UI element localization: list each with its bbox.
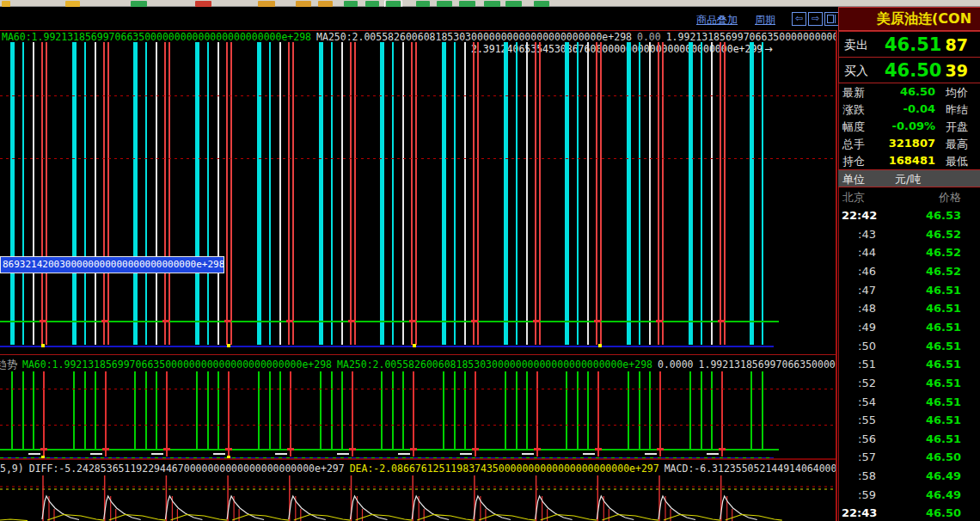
candle-bar-cyan-thin — [762, 42, 763, 345]
tick-list-header: 北京 价格 — [838, 187, 980, 206]
candle-bar-white — [464, 42, 466, 345]
trend-red-bar — [536, 371, 538, 457]
tick-price: 46.53 — [926, 209, 961, 222]
candle-bar-cyan-thick — [565, 42, 569, 345]
tick-time: :50 — [858, 340, 876, 352]
main-price-chart[interactable]: MA60:1.992131856997066350000000000000000… — [0, 30, 837, 354]
back-arrow-icon[interactable]: ⇦ — [792, 12, 806, 26]
ma60-label: MA60:1.992131856997066350000000000000000… — [2, 31, 311, 43]
candle-bar-cyan-thin — [516, 42, 518, 345]
red-tick — [287, 448, 294, 451]
ask-row[interactable]: 卖出 46.51 87 — [839, 32, 980, 58]
trend-red-bar — [228, 371, 230, 457]
toolbar-icon-13[interactable] — [459, 1, 475, 7]
dea-curve — [170, 515, 227, 521]
dea-curve — [47, 515, 104, 521]
tick-row[interactable]: :5846.49 — [838, 467, 980, 485]
candle-bar-red-hollow — [350, 42, 356, 345]
period-link[interactable]: 周期 — [755, 13, 775, 28]
white-segment — [522, 453, 534, 455]
tick-row[interactable]: :5546.51 — [838, 411, 980, 429]
toolbar-icon-12[interactable] — [437, 1, 452, 7]
toolbar-icon-16[interactable] — [534, 1, 549, 7]
toolbar-icon-14[interactable] — [484, 1, 500, 7]
candle-bar-red-hollow — [535, 42, 541, 345]
tick-time: :46 — [858, 265, 876, 278]
green-dashed-line — [0, 457, 774, 459]
toolbar-icon-9[interactable] — [365, 1, 379, 7]
bid-ask-box: 卖出 46.51 87 买入 46.50 39 — [838, 31, 980, 83]
stat-label-2: 开盘 — [946, 120, 968, 135]
forward-arrow-icon[interactable]: ⇨ — [808, 12, 823, 26]
macd-panel[interactable]: 5,9)DIFF:-5.2428536511922944670000000000… — [0, 462, 837, 521]
candle-bar-cyan-thin — [269, 42, 271, 345]
ma-value: 0.00 — [637, 31, 661, 43]
tick-list[interactable]: 22:4246.53:4346.52:4446.52:4646.52:4746.… — [838, 206, 980, 521]
tick-row[interactable]: :4646.52 — [838, 262, 980, 280]
toolbar-icon-11[interactable] — [416, 1, 430, 7]
tick-price: 46.51 — [926, 302, 961, 315]
dea-curve — [294, 515, 351, 521]
toolbar-icon-4[interactable] — [195, 1, 211, 7]
toolbar-icon-7[interactable] — [318, 1, 333, 7]
tick-row[interactable]: :5946.49 — [838, 486, 980, 504]
trend-green-bar — [33, 371, 34, 449]
tick-row[interactable]: :4946.51 — [838, 318, 980, 336]
tick-row[interactable]: :4446.52 — [838, 243, 980, 261]
toolbar-icon-3[interactable] — [131, 1, 147, 7]
candle-bar-cyan-thin — [22, 42, 24, 345]
tick-row[interactable]: 22:4246.53 — [838, 206, 980, 224]
trend-green-bar — [516, 371, 518, 449]
tick-price: 46.51 — [926, 377, 961, 389]
candle-bar-cyan-thin — [392, 42, 394, 345]
tick-row[interactable]: :5646.51 — [838, 430, 980, 448]
tick-row[interactable]: :5746.50 — [838, 448, 980, 466]
dea-curve — [0, 519, 28, 521]
tick-time: :57 — [858, 451, 876, 463]
trend-green-bar — [341, 371, 343, 449]
toolbar-icon-6[interactable] — [296, 1, 311, 7]
split-window-icon[interactable] — [824, 12, 839, 26]
stat-value: 321807 — [889, 137, 935, 150]
unit-value: 元/吨 — [895, 172, 921, 187]
toolbar-icon-15[interactable] — [505, 1, 522, 7]
time-column-header: 北京 — [842, 190, 865, 205]
ask-size: 87 — [946, 35, 968, 54]
tick-row[interactable]: 22:4346.50 — [838, 504, 980, 521]
toolbar-icon-1[interactable] — [2, 1, 10, 7]
tick-time: :48 — [858, 302, 876, 315]
red-tick — [40, 448, 47, 451]
candle-bar-white — [649, 42, 651, 345]
yellow-dot — [227, 456, 230, 459]
tick-row[interactable]: :4746.51 — [838, 281, 980, 299]
tick-row[interactable]: :4346.52 — [838, 225, 980, 243]
bid-row[interactable]: 买入 46.50 39 — [839, 58, 980, 83]
tick-row[interactable]: :4846.51 — [838, 299, 980, 317]
stat-row: 总手321807最高 — [838, 135, 980, 152]
candle-bar-cyan-thick — [133, 42, 138, 345]
ma60-label: MA60:1.992131856997066350000000000000000… — [22, 359, 332, 371]
candle-bar-cyan-thin — [454, 42, 456, 345]
candle-bar-cyan-thick — [627, 42, 631, 345]
toolbar-icon-5[interactable] — [258, 1, 275, 7]
trend-indicator-panel[interactable]: 趋势MA60:1.9921318569970663500000000000000… — [0, 354, 837, 460]
ask-price: 46.51 — [885, 34, 941, 55]
toolbar-icon-2[interactable] — [65, 1, 80, 7]
diff-curve — [165, 496, 202, 520]
diff-curve — [412, 496, 449, 520]
candle-bar-red-hollow — [103, 42, 109, 345]
commodity-overlay-link[interactable]: 商品叠加 — [696, 13, 738, 28]
grid-line — [0, 95, 836, 96]
tick-row[interactable]: :5146.51 — [838, 355, 980, 373]
tick-price: 46.51 — [926, 284, 961, 297]
stat-row: 持仓168481最低 — [838, 152, 980, 169]
macd-params: 5,9) — [0, 463, 24, 475]
tick-row[interactable]: :5046.51 — [838, 337, 980, 355]
bid-size: 39 — [946, 61, 968, 80]
tick-row[interactable]: :5246.51 — [838, 374, 980, 392]
tick-price: 46.51 — [926, 395, 961, 408]
tick-price: 46.52 — [926, 265, 961, 278]
toolbar-icon-10[interactable] — [386, 1, 401, 7]
toolbar-icon-8[interactable] — [344, 1, 358, 7]
tick-row[interactable]: :5446.51 — [838, 393, 980, 411]
